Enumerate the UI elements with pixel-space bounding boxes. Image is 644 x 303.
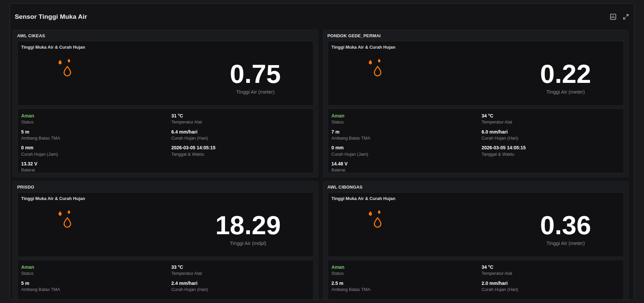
stat-row-curah-hujan-hari: 6.0 mm/hari Curah Hujan (Hari) [482, 129, 620, 141]
stat-row-curah-hujan-hari: 2.0 mm/hari Curah Hujan (Hari) [482, 280, 620, 293]
water-drops-icon [328, 50, 426, 105]
stat-row-temperatur: 33 °C Temperatur Alat [171, 264, 310, 276]
panel-body: Tinggi Muka Air & Curah Hujan 0.22 [323, 41, 628, 177]
water-level-value: 0.22 [540, 61, 591, 87]
stat-card: Tinggi Muka Air & Curah Hujan 0.36 [328, 192, 624, 257]
panel-header[interactable]: AWL CIKEAS [13, 30, 318, 41]
status-label: Status [331, 119, 482, 125]
details-right-column: 31 °C Temperatur Alat 6.4 mm/hari Curah … [171, 113, 310, 173]
status-value: Aman [21, 113, 171, 119]
curah-hujan-jam-label: Curah Hujan (Jam) [21, 151, 171, 157]
baterai-label: Baterai [331, 167, 482, 173]
stat-content: 0.36 Tinggi Air (meter) [328, 201, 624, 257]
water-level-value: 18.29 [215, 212, 281, 238]
status-label: Status [21, 270, 171, 276]
tanggal-waktu-value: 2026-03-05 14:05:15 [171, 145, 310, 151]
stat-row-curah-hujan-hari: 2.4 mm/hari Curah Hujan (Hari) [171, 280, 310, 293]
ambang-batas-label: Ambang Batas TMA [331, 135, 482, 141]
water-level-unit: Tinggi Air (mdpl) [230, 240, 266, 246]
baterai-value: 14.48 V [331, 161, 482, 167]
panel-header[interactable]: PRISDO [13, 182, 318, 192]
stat-row-ambang-batas: 5 m Ambang Batas TMA [21, 129, 171, 141]
stat-value-area: 0.75 Tinggi Air (meter) [115, 61, 313, 95]
panel-header[interactable]: AWL CIBONGAS [323, 182, 628, 192]
stat-row-status: Aman Status [21, 264, 171, 276]
panel-awl-cikeas: AWL CIKEAS Tinggi Muka Air & Curah Hujan [13, 30, 318, 177]
panel-body: Tinggi Muka Air & Curah Hujan 18.29 [13, 192, 318, 299]
temperatur-label: Temperatur Alat [482, 270, 620, 276]
stat-row-status: Aman Status [331, 113, 482, 125]
stat-content: 18.29 Tinggi Air (mdpl) [18, 201, 313, 257]
dashboard-header: Sensor Tinggi Muka Air [10, 4, 634, 30]
ambang-batas-value: 5 m [21, 280, 171, 286]
stat-row-ambang-batas: 7 m Ambang Batas TMA [331, 129, 482, 141]
stat-row-baterai: 13.32 V Baterai [21, 161, 171, 173]
stat-content: 0.22 Tinggi Air (meter) [328, 50, 624, 105]
curah-hujan-hari-value: 6.4 mm/hari [171, 129, 310, 135]
details-left-column: Aman Status 5 m Ambang Batas TMA 0 mm Cu… [21, 113, 171, 173]
chart-icon[interactable] [609, 13, 617, 20]
details-card: Aman Status 2.5 m Ambang Batas TMA 34 °C [328, 260, 624, 299]
tanggal-waktu-value: 2026-03-05 14:05:15 [482, 145, 620, 151]
panel-title: AWL CIBONGAS [327, 185, 363, 190]
expand-icon[interactable] [622, 13, 630, 20]
ambang-batas-value: 5 m [21, 129, 171, 135]
baterai-value: 13.32 V [21, 161, 171, 167]
stat-row-baterai: 14.48 V Baterai [331, 161, 482, 173]
panel-awl-cibongas: AWL CIBONGAS Tinggi Muka Air & Curah Huj… [323, 181, 629, 299]
temperatur-value: 33 °C [171, 264, 310, 270]
stat-row-status: Aman Status [331, 264, 482, 276]
stat-content: 0.75 Tinggi Air (meter) [18, 50, 313, 105]
status-value: Aman [21, 264, 171, 270]
details-card: Aman Status 7 m Ambang Batas TMA 0 mm Cu… [328, 108, 624, 173]
water-level-value: 0.36 [540, 212, 591, 238]
details-card: Aman Status 5 m Ambang Batas TMA 33 °C [17, 260, 314, 299]
stat-row-ambang-batas: 2.5 m Ambang Batas TMA [331, 280, 482, 293]
ambang-batas-value: 7 m [331, 129, 482, 135]
temperatur-value: 34 °C [482, 264, 620, 270]
water-level-value: 0.75 [230, 61, 281, 87]
details-right-column: 33 °C Temperatur Alat 2.4 mm/hari Curah … [171, 264, 310, 292]
stat-row-curah-hujan-jam: 0 mm Curah Hujan (Jam) [21, 145, 171, 157]
curah-hujan-hari-label: Curah Hujan (Hari) [171, 287, 310, 293]
tanggal-waktu-label: Tanggal & Waktu [482, 151, 620, 157]
panel-body: Tinggi Muka Air & Curah Hujan 0.75 [13, 41, 318, 177]
stat-card-title: Tinggi Muka Air & Curah Hujan [328, 193, 624, 201]
panel-title: PRISDO [17, 185, 34, 190]
stat-card: Tinggi Muka Air & Curah Hujan 0.22 [328, 41, 624, 106]
tanggal-waktu-label: Tanggal & Waktu [171, 151, 310, 157]
dashboard-toolbar [609, 13, 630, 20]
panel-body: Tinggi Muka Air & Curah Hujan 0.36 [323, 192, 628, 299]
stat-card-title: Tinggi Muka Air & Curah Hujan [18, 41, 313, 50]
stat-row-tanggal-waktu: 2026-03-05 14:05:15 Tanggal & Waktu [482, 145, 620, 157]
details-card: Aman Status 5 m Ambang Batas TMA 0 mm Cu… [17, 108, 314, 173]
ambang-batas-label: Ambang Batas TMA [331, 287, 482, 293]
ambang-batas-value: 2.5 m [331, 280, 482, 286]
details-right-column: 34 °C Temperatur Alat 6.0 mm/hari Curah … [482, 113, 620, 173]
stat-row-temperatur: 34 °C Temperatur Alat [482, 264, 620, 276]
panel-title: PONDOK GEDE_PERMAI [327, 33, 381, 38]
water-level-unit: Tinggi Air (meter) [236, 89, 274, 95]
panel-header[interactable]: PONDOK GEDE_PERMAI [323, 30, 628, 41]
curah-hujan-hari-label: Curah Hujan (Hari) [482, 135, 620, 141]
water-level-unit: Tinggi Air (meter) [546, 240, 585, 246]
ambang-batas-label: Ambang Batas TMA [21, 135, 171, 141]
dashboard-title: Sensor Tinggi Muka Air [15, 13, 87, 20]
panels-grid: AWL CIKEAS Tinggi Muka Air & Curah Hujan [10, 30, 634, 299]
details-right-column: 34 °C Temperatur Alat 2.0 mm/hari Curah … [482, 264, 620, 292]
curah-hujan-jam-label: Curah Hujan (Jam) [331, 151, 482, 157]
details-left-column: Aman Status 2.5 m Ambang Batas TMA [331, 264, 482, 292]
panel-title: AWL CIKEAS [17, 33, 45, 38]
temperatur-value: 34 °C [482, 113, 620, 119]
stat-row-curah-hujan-hari: 6.4 mm/hari Curah Hujan (Hari) [171, 129, 310, 141]
water-drops-icon [18, 201, 115, 257]
status-label: Status [331, 270, 482, 276]
curah-hujan-hari-value: 2.4 mm/hari [171, 280, 310, 286]
stat-value-area: 0.36 Tinggi Air (meter) [426, 212, 624, 246]
curah-hujan-jam-value: 0 mm [21, 145, 171, 151]
curah-hujan-jam-value: 0 mm [331, 145, 482, 151]
curah-hujan-hari-label: Curah Hujan (Hari) [482, 287, 620, 293]
stat-value-area: 0.22 Tinggi Air (meter) [426, 61, 624, 95]
water-drops-icon [328, 201, 426, 257]
stat-value-area: 18.29 Tinggi Air (mdpl) [115, 212, 313, 246]
